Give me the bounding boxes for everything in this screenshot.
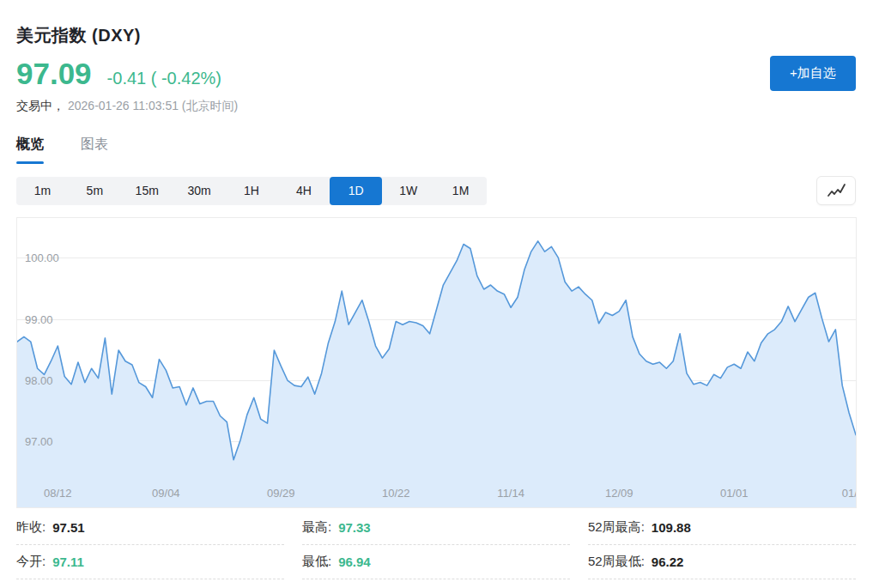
current-price: 97.09	[16, 57, 92, 91]
range-4h[interactable]: 4H	[277, 177, 330, 205]
quote-timestamp: 2026-01-26 11:03:51 (北京时间)	[68, 99, 238, 112]
stat-open: 今开: 97.11	[16, 545, 284, 579]
x-axis-label: 01/01	[720, 487, 749, 500]
x-axis-label: 08/12	[44, 487, 72, 500]
chart-type-button[interactable]	[816, 176, 856, 205]
page-title: 美元指数 (DXY)	[16, 24, 856, 47]
range-1m[interactable]: 1m	[16, 177, 69, 205]
time-range-group: 1m 5m 15m 30m 1H 4H 1D 1W 1M	[16, 177, 487, 205]
range-30m[interactable]: 30m	[173, 177, 226, 205]
range-1h[interactable]: 1H	[226, 177, 278, 205]
y-axis-label: 100.00	[25, 252, 59, 264]
y-axis-label: 97.00	[25, 435, 53, 448]
stat-prev-close: 昨收: 97.51	[16, 511, 284, 545]
stat-low: 最低: 96.94	[302, 545, 570, 579]
stat-value: 109.88	[652, 520, 691, 535]
stat-value: 96.94	[338, 555, 371, 569]
area-fill	[17, 241, 856, 507]
stat-52w-high: 52周最高: 109.88	[588, 511, 856, 545]
range-1w[interactable]: 1W	[382, 177, 434, 205]
stat-high: 最高: 97.33	[302, 511, 570, 545]
market-status: 交易中，	[16, 99, 64, 112]
stat-value: 97.33	[338, 520, 371, 535]
stat-52w-low: 52周最低: 96.22	[588, 545, 856, 579]
stat-value: 97.11	[52, 555, 84, 569]
active-tab-underline	[16, 161, 44, 164]
range-15m[interactable]: 15m	[121, 177, 173, 205]
x-axis-label: 11/14	[497, 487, 524, 500]
price-row: 97.09 -0.41 ( -0.42%) +加自选	[16, 56, 856, 91]
tab-chart[interactable]: 图表	[81, 136, 108, 164]
y-axis-label: 99.00	[25, 312, 53, 325]
add-watchlist-button[interactable]: +加自选	[770, 56, 856, 91]
stat-label: 52周最高:	[588, 519, 645, 536]
x-axis-label: 09/29	[267, 487, 295, 500]
x-axis-label: 09/04	[152, 487, 180, 500]
y-axis-label: 98.00	[25, 374, 53, 387]
x-axis-label: 12/09	[605, 487, 633, 500]
stat-label: 最低:	[302, 554, 331, 570]
tab-overview[interactable]: 概览	[16, 136, 44, 164]
view-tabs: 概览 图表	[16, 136, 856, 164]
chart-plot	[17, 218, 856, 507]
stat-value: 97.51	[52, 520, 85, 535]
stat-value: 96.22	[652, 555, 684, 569]
range-1d[interactable]: 1D	[330, 177, 382, 205]
stat-label: 52周最低:	[588, 554, 645, 570]
price-area-chart[interactable]: 100.0099.0098.0097.0008/1209/0409/2910/2…	[16, 217, 857, 508]
stat-label: 最高:	[302, 519, 331, 536]
price-change: -0.41 ( -0.42%)	[107, 69, 221, 88]
stat-label: 今开:	[16, 554, 45, 570]
tab-chart-label: 图表	[81, 136, 108, 151]
price-block: 97.09 -0.41 ( -0.42%)	[16, 57, 221, 91]
x-axis-label: 01/26	[842, 487, 857, 500]
line-chart-icon	[826, 182, 846, 199]
x-axis-label: 10/22	[382, 487, 410, 500]
stats-grid: 昨收: 97.51 最高: 97.33 52周最高: 109.88 今开: 97…	[16, 511, 856, 579]
market-status-row: 交易中，2026-01-26 11:03:51 (北京时间)	[16, 99, 856, 114]
quote-page: 美元指数 (DXY) 97.09 -0.41 ( -0.42%) +加自选 交易…	[0, 24, 879, 579]
range-1m-month[interactable]: 1M	[434, 177, 487, 205]
chart-toolbar: 1m 5m 15m 30m 1H 4H 1D 1W 1M	[16, 176, 856, 205]
tab-overview-label: 概览	[16, 136, 44, 151]
range-5m[interactable]: 5m	[69, 177, 121, 205]
stat-label: 昨收:	[16, 519, 45, 536]
